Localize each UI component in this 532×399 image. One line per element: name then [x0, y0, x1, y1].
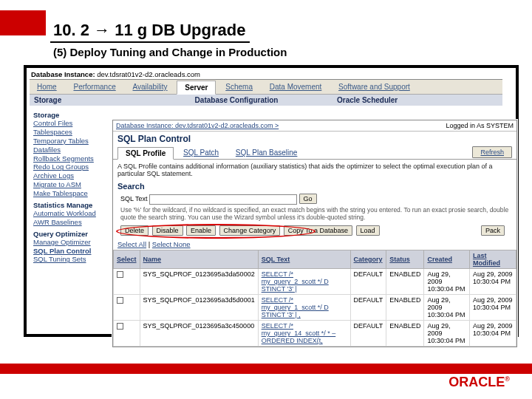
- profile-description: A SQL Profile contains additional inform…: [113, 160, 516, 180]
- select-all-link[interactable]: Select All: [117, 240, 146, 248]
- tab-software-support[interactable]: Software and Support: [331, 81, 417, 93]
- select-row: Select All | Select None: [113, 239, 516, 250]
- sidebar-item[interactable]: Control Files: [33, 119, 113, 128]
- sidebar-item[interactable]: Migrate to ASM: [33, 180, 113, 189]
- footer-bar: [0, 364, 532, 374]
- cell-name: SYS_SQLPROF_0123695a3d5d0001: [140, 295, 258, 321]
- registered-icon: ®: [505, 375, 510, 383]
- section-db-config: Database Configuration: [140, 95, 332, 106]
- sidebar-item[interactable]: Rollback Segments: [33, 154, 113, 163]
- logged-in-label: Logged in As SYSTEM: [446, 122, 514, 129]
- sidebar-item[interactable]: Redo Log Groups: [33, 163, 113, 171]
- tab-data-movement[interactable]: Data Movement: [262, 81, 330, 93]
- cell-mod: Aug 29, 2009 10:30:04 PM: [469, 269, 516, 295]
- section-row: Storage Database Configuration Oracle Sc…: [30, 95, 502, 106]
- sql-text-input[interactable]: [149, 194, 297, 205]
- table-row: SYS_SQLPROF_0123695a3da50002 SELECT /* m…: [114, 269, 516, 295]
- disable-button[interactable]: Disable: [152, 225, 183, 236]
- sidebar-group-stats: Statistics Manage: [33, 201, 113, 209]
- cell-mod: Aug 29, 2009 10:30:04 PM: [469, 295, 516, 321]
- row-checkbox[interactable]: [117, 271, 123, 278]
- select-none-link[interactable]: Select None: [152, 240, 191, 248]
- profiles-table: Select Name SQL Text Category Status Cre…: [113, 250, 516, 347]
- tab-availability[interactable]: Availability: [126, 81, 175, 93]
- search-body: SQL Text Go Use '%' for the wildcard, if…: [113, 192, 516, 239]
- sidebar-item[interactable]: Make Tablespace: [33, 189, 113, 198]
- table-header-row: Select Name SQL Text Category Status Cre…: [114, 250, 516, 269]
- row-checkbox[interactable]: [117, 297, 123, 304]
- cell-sql[interactable]: SELECT /* my_query_1_scott */ D STINCT '…: [258, 295, 350, 321]
- sidebar-item[interactable]: Temporary Tables: [33, 137, 113, 146]
- refresh-button[interactable]: Refresh: [472, 146, 512, 158]
- cell-status: ENABLED: [386, 269, 424, 295]
- instance-value: dev.tdsrat01v2-d2.oracleads.com: [97, 70, 200, 78]
- copy-db-button[interactable]: Copy To a Database: [284, 225, 352, 236]
- col-status[interactable]: Status: [386, 250, 424, 269]
- title-left: 10. 2: [53, 21, 89, 39]
- slide-subtitle: (5) Deploy Tuning and Change in Producti…: [53, 46, 287, 58]
- cell-created: Aug 29, 2009 10:30:04 PM: [424, 295, 470, 321]
- slide-accent-block: [0, 10, 46, 35]
- tab-home[interactable]: Home: [30, 81, 64, 93]
- sidebar-item[interactable]: Automatic Workload: [33, 209, 113, 218]
- search-hint: Use '%' for the wildcard, if no wildcard…: [120, 206, 509, 221]
- subtab-sql-patch[interactable]: SQL Patch: [176, 147, 226, 158]
- sql-plan-control-panel: Database Instance: dev.tdsrat01v2-d2.ora…: [112, 120, 517, 347]
- col-sqltext[interactable]: SQL Text: [258, 250, 350, 269]
- sidebar-item[interactable]: SQL Tuning Sets: [33, 255, 113, 264]
- tab-performance[interactable]: Performance: [66, 81, 123, 93]
- overlay-topbar: Database Instance: dev.tdsrat01v2-d2.ora…: [113, 120, 516, 132]
- enable-button[interactable]: Enable: [186, 225, 216, 236]
- section-scheduler: Oracle Scheduler: [332, 95, 480, 106]
- sidebar: Storage Control Files Tablespaces Tempor…: [32, 106, 115, 266]
- arrow-right-icon: →: [94, 21, 115, 39]
- search-header: Search: [113, 180, 516, 192]
- cell-sql[interactable]: SELECT /* my_query_14_scott */ * – ORDER…: [258, 321, 350, 347]
- subtabs: SQL Profile SQL Patch SQL Plan Baseline …: [113, 146, 516, 160]
- sidebar-item[interactable]: AWR Baselines: [33, 218, 113, 227]
- col-category[interactable]: Category: [350, 250, 386, 269]
- change-category-button[interactable]: Change Category: [219, 225, 281, 236]
- sidebar-group-qo: Query Optimizer: [33, 230, 113, 238]
- page-title: SQL Plan Control: [113, 132, 516, 146]
- sidebar-item[interactable]: Archive Logs: [33, 171, 113, 180]
- subtab-sql-plan-baseline[interactable]: SQL Plan Baseline: [228, 147, 305, 158]
- title-right: 11 g DB Upgrade: [115, 21, 245, 39]
- col-modified[interactable]: Last Modified: [469, 250, 516, 269]
- tab-schema[interactable]: Schema: [218, 81, 260, 93]
- sidebar-item-sql-plan-control[interactable]: SQL Plan Control: [33, 247, 113, 256]
- cell-cat: DEFAULT: [350, 269, 386, 295]
- cell-name: SYS_SQLPROF_0123695a3c450000: [140, 321, 258, 347]
- logo-text: ORACLE: [449, 375, 505, 389]
- main-tabs: Home Performance Availability Server Sch…: [30, 80, 502, 95]
- load-button[interactable]: Load: [356, 225, 380, 236]
- cell-cat: DEFAULT: [350, 321, 386, 347]
- cell-status: ENABLED: [386, 321, 424, 347]
- search-label: SQL Text: [120, 195, 148, 202]
- sidebar-item[interactable]: Datafiles: [33, 146, 113, 154]
- instance-label: Database Instance:: [31, 70, 95, 78]
- col-created[interactable]: Created: [424, 250, 470, 269]
- sidebar-item[interactable]: Manage Optimizer: [33, 238, 113, 247]
- oracle-logo: ORACLE®: [449, 375, 510, 390]
- row-checkbox[interactable]: [117, 323, 123, 330]
- section-storage: Storage: [30, 95, 140, 106]
- subtab-sql-profile[interactable]: SQL Profile: [117, 147, 174, 160]
- action-buttons: Delete Disable Enable Change Category Co…: [120, 224, 509, 237]
- sidebar-group-storage: Storage: [33, 111, 113, 119]
- title-underline: [50, 41, 250, 43]
- instance-header: Database Instance: dev.tdsrat01v2-d2.ora…: [30, 69, 502, 80]
- cell-sql[interactable]: SELECT /* my_query_2_scott */ D STINCT '…: [258, 269, 350, 295]
- cell-created: Aug 29, 2009 10:30:04 PM: [424, 321, 470, 347]
- table-row: SYS_SQLPROF_0123695a3d5d0001 SELECT /* m…: [114, 295, 516, 321]
- go-button[interactable]: Go: [299, 194, 317, 204]
- cell-name: SYS_SQLPROF_0123695a3da50002: [140, 269, 258, 295]
- sidebar-item[interactable]: Tablespaces: [33, 128, 113, 137]
- tab-server[interactable]: Server: [177, 81, 216, 95]
- delete-button[interactable]: Delete: [120, 225, 149, 236]
- pack-button[interactable]: Pack: [481, 225, 505, 236]
- col-select[interactable]: Select: [114, 250, 140, 269]
- col-name[interactable]: Name: [140, 250, 258, 269]
- table-row: SYS_SQLPROF_0123695a3c450000 SELECT /* m…: [114, 321, 516, 347]
- breadcrumb[interactable]: Database Instance: dev.tdsrat01v2-d2.ora…: [116, 122, 279, 129]
